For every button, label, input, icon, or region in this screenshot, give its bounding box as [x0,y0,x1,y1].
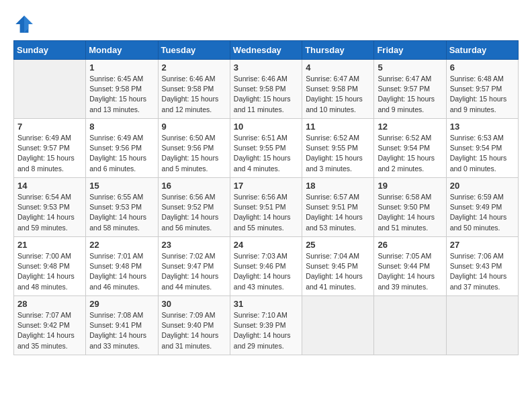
day-info: Sunrise: 6:58 AM Sunset: 9:50 PM Dayligh… [378,192,442,233]
calendar-cell: 30Sunrise: 7:09 AM Sunset: 9:40 PM Dayli… [158,296,230,355]
day-header-monday: Monday [86,41,158,60]
day-info: Sunrise: 6:47 AM Sunset: 9:57 PM Dayligh… [378,74,442,115]
calendar-cell: 7Sunrise: 6:49 AM Sunset: 9:57 PM Daylig… [14,119,86,178]
calendar-cell [14,60,86,119]
day-number: 23 [162,240,226,250]
day-number: 16 [162,181,226,191]
day-info: Sunrise: 6:46 AM Sunset: 9:58 PM Dayligh… [162,74,226,115]
day-info: Sunrise: 7:00 AM Sunset: 9:48 PM Dayligh… [17,251,82,292]
day-info: Sunrise: 6:45 AM Sunset: 9:58 PM Dayligh… [89,74,154,115]
day-number: 22 [89,240,154,250]
day-info: Sunrise: 6:57 AM Sunset: 9:51 PM Dayligh… [306,192,370,233]
day-info: Sunrise: 6:48 AM Sunset: 9:57 PM Dayligh… [450,74,515,115]
day-info: Sunrise: 6:49 AM Sunset: 9:57 PM Dayligh… [17,133,82,174]
day-info: Sunrise: 7:06 AM Sunset: 9:43 PM Dayligh… [450,251,515,292]
day-number: 3 [234,62,298,73]
week-row-5: 28Sunrise: 7:07 AM Sunset: 9:42 PM Dayli… [14,296,519,355]
calendar-cell: 21Sunrise: 7:00 AM Sunset: 9:48 PM Dayli… [14,237,86,296]
calendar-cell: 29Sunrise: 7:08 AM Sunset: 9:41 PM Dayli… [86,296,158,355]
day-info: Sunrise: 6:47 AM Sunset: 9:58 PM Dayligh… [306,74,370,115]
day-info: Sunrise: 6:56 AM Sunset: 9:52 PM Dayligh… [162,192,226,233]
day-info: Sunrise: 6:50 AM Sunset: 9:56 PM Dayligh… [162,133,226,174]
calendar-table: SundayMondayTuesdayWednesdayThursdayFrid… [13,40,519,355]
day-info: Sunrise: 6:52 AM Sunset: 9:55 PM Dayligh… [306,133,370,174]
week-row-2: 7Sunrise: 6:49 AM Sunset: 9:57 PM Daylig… [14,119,519,178]
day-number: 12 [378,122,442,132]
day-info: Sunrise: 7:02 AM Sunset: 9:47 PM Dayligh… [162,251,226,292]
day-number: 11 [306,122,370,132]
calendar-cell: 18Sunrise: 6:57 AM Sunset: 9:51 PM Dayli… [302,178,374,237]
calendar-cell: 20Sunrise: 6:59 AM Sunset: 9:49 PM Dayli… [446,178,518,237]
calendar-cell: 14Sunrise: 6:54 AM Sunset: 9:53 PM Dayli… [14,178,86,237]
day-header-friday: Friday [374,41,446,60]
day-info: Sunrise: 7:03 AM Sunset: 9:46 PM Dayligh… [234,251,298,292]
calendar-header: SundayMondayTuesdayWednesdayThursdayFrid… [14,41,519,60]
calendar-cell [446,296,518,355]
day-number: 5 [378,62,442,73]
calendar-cell: 28Sunrise: 7:07 AM Sunset: 9:42 PM Dayli… [14,296,86,355]
calendar-cell: 5Sunrise: 6:47 AM Sunset: 9:57 PM Daylig… [374,60,446,119]
day-info: Sunrise: 7:08 AM Sunset: 9:41 PM Dayligh… [89,310,154,351]
calendar-cell: 15Sunrise: 6:55 AM Sunset: 9:53 PM Dayli… [86,178,158,237]
day-info: Sunrise: 6:59 AM Sunset: 9:49 PM Dayligh… [450,192,515,233]
calendar-cell: 16Sunrise: 6:56 AM Sunset: 9:52 PM Dayli… [158,178,230,237]
page-header [13,13,519,35]
day-info: Sunrise: 7:05 AM Sunset: 9:44 PM Dayligh… [378,251,442,292]
day-info: Sunrise: 7:04 AM Sunset: 9:45 PM Dayligh… [306,251,370,292]
day-info: Sunrise: 6:49 AM Sunset: 9:56 PM Dayligh… [89,133,154,174]
day-info: Sunrise: 7:07 AM Sunset: 9:42 PM Dayligh… [17,310,82,351]
calendar-cell: 31Sunrise: 7:10 AM Sunset: 9:39 PM Dayli… [230,296,302,355]
week-row-3: 14Sunrise: 6:54 AM Sunset: 9:53 PM Dayli… [14,178,519,237]
day-number: 28 [17,299,82,309]
day-number: 18 [306,181,370,191]
calendar-cell: 23Sunrise: 7:02 AM Sunset: 9:47 PM Dayli… [158,237,230,296]
day-info: Sunrise: 6:53 AM Sunset: 9:54 PM Dayligh… [450,133,515,174]
calendar-cell [302,296,374,355]
logo-icon [13,13,35,35]
day-number: 26 [378,240,442,250]
day-number: 30 [162,299,226,309]
calendar-cell: 25Sunrise: 7:04 AM Sunset: 9:45 PM Dayli… [302,237,374,296]
day-header-wednesday: Wednesday [230,41,302,60]
day-number: 7 [17,122,82,132]
day-number: 31 [234,299,298,309]
calendar-cell: 24Sunrise: 7:03 AM Sunset: 9:46 PM Dayli… [230,237,302,296]
svg-marker-1 [24,15,33,33]
day-info: Sunrise: 7:01 AM Sunset: 9:48 PM Dayligh… [89,251,154,292]
calendar-cell: 2Sunrise: 6:46 AM Sunset: 9:58 PM Daylig… [158,60,230,119]
day-number: 2 [162,62,226,73]
day-header-thursday: Thursday [302,41,374,60]
day-info: Sunrise: 6:52 AM Sunset: 9:54 PM Dayligh… [378,133,442,174]
day-header-tuesday: Tuesday [158,41,230,60]
calendar-cell: 10Sunrise: 6:51 AM Sunset: 9:55 PM Dayli… [230,119,302,178]
day-info: Sunrise: 6:55 AM Sunset: 9:53 PM Dayligh… [89,192,154,233]
day-number: 1 [89,62,154,73]
calendar-cell: 4Sunrise: 6:47 AM Sunset: 9:58 PM Daylig… [302,60,374,119]
day-number: 25 [306,240,370,250]
day-number: 29 [89,299,154,309]
calendar-cell: 17Sunrise: 6:56 AM Sunset: 9:51 PM Dayli… [230,178,302,237]
day-info: Sunrise: 7:10 AM Sunset: 9:39 PM Dayligh… [234,310,298,351]
day-info: Sunrise: 6:46 AM Sunset: 9:58 PM Dayligh… [234,74,298,115]
day-info: Sunrise: 6:54 AM Sunset: 9:53 PM Dayligh… [17,192,82,233]
calendar-cell: 27Sunrise: 7:06 AM Sunset: 9:43 PM Dayli… [446,237,518,296]
calendar-body: 1Sunrise: 6:45 AM Sunset: 9:58 PM Daylig… [14,60,519,355]
day-number: 19 [378,181,442,191]
day-header-sunday: Sunday [14,41,86,60]
day-number: 6 [450,62,515,73]
calendar-cell: 19Sunrise: 6:58 AM Sunset: 9:50 PM Dayli… [374,178,446,237]
calendar-cell: 11Sunrise: 6:52 AM Sunset: 9:55 PM Dayli… [302,119,374,178]
calendar-cell: 22Sunrise: 7:01 AM Sunset: 9:48 PM Dayli… [86,237,158,296]
day-number: 21 [17,240,82,250]
day-number: 14 [17,181,82,191]
day-number: 24 [234,240,298,250]
day-number: 15 [89,181,154,191]
calendar-cell: 6Sunrise: 6:48 AM Sunset: 9:57 PM Daylig… [446,60,518,119]
day-number: 13 [450,122,515,132]
calendar-cell: 8Sunrise: 6:49 AM Sunset: 9:56 PM Daylig… [86,119,158,178]
day-info: Sunrise: 6:51 AM Sunset: 9:55 PM Dayligh… [234,133,298,174]
day-number: 9 [162,122,226,132]
day-number: 10 [234,122,298,132]
week-row-4: 21Sunrise: 7:00 AM Sunset: 9:48 PM Dayli… [14,237,519,296]
day-header-saturday: Saturday [446,41,518,60]
